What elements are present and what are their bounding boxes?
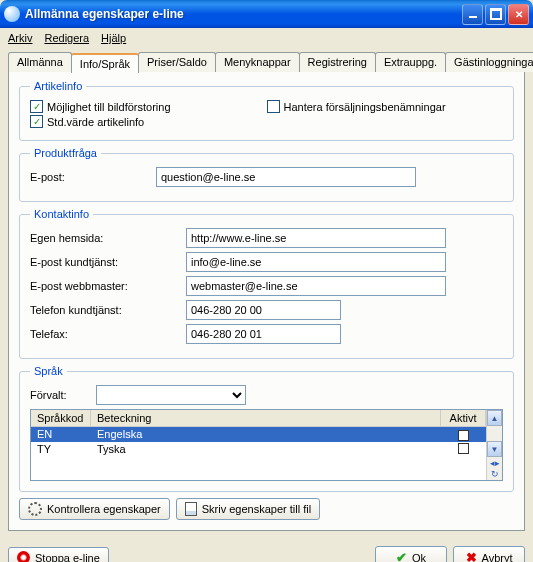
titlebar: Allmänna egenskaper e-line [0,0,533,28]
tab-strip: Allmänna Info/Språk Priser/Saldo Menykna… [8,52,525,72]
stop-icon [17,551,30,562]
refresh-icon[interactable]: ↻ [488,469,501,479]
checkbox-row-active[interactable] [458,443,469,454]
tab-extrauppg[interactable]: Extrauppg. [375,52,446,72]
header-sprakkod[interactable]: Språkkod [31,410,91,426]
tab-priser-saldo[interactable]: Priser/Saldo [138,52,216,72]
menubar: Arkiv Redigera Hjälp [0,28,533,48]
close-button[interactable] [508,4,529,25]
label-hemsida: Egen hemsida: [30,232,180,244]
label-product-email: E-post: [30,171,150,183]
input-product-email[interactable] [156,167,416,187]
label-forvalt: Förvalt: [30,389,90,401]
legend-kontaktinfo: Kontaktinfo [30,208,93,220]
menu-file[interactable]: Arkiv [8,32,32,44]
legend-produktfraga: Produktfråga [30,147,101,159]
scroll-up-icon[interactable]: ▲ [487,410,502,426]
button-label: Avbryt [482,552,513,563]
label-default-artikelinfo: Std.värde artikelinfo [47,116,144,128]
button-label: Stoppa e-line [35,552,100,563]
cell-active [441,442,486,457]
checkbox-sales-names[interactable]: ✓ [267,100,280,113]
cell-code: TY [31,442,91,457]
window-controls [462,4,529,25]
label-sales-names: Hantera försäljningsbenämningar [284,101,446,113]
header-aktivt[interactable]: Aktivt [441,410,486,426]
scroll-down-icon[interactable]: ▼ [487,441,502,457]
language-table: Språkkod Beteckning Aktivt EN Engelska ✓… [30,409,503,481]
cell-name: Tyska [91,442,441,457]
write-properties-button[interactable]: Skriv egenskaper till fil [176,498,320,520]
minimize-button[interactable] [462,4,483,25]
label-epost-kundtjanst: E-post kundtjänst: [30,256,180,268]
group-produktfraga: Produktfråga E-post: [19,147,514,202]
group-artikelinfo: Artikelinfo ✓ Möjlighet till bildförstor… [19,80,514,141]
gear-icon [28,502,42,516]
footer-bar: Stoppa e-line ✔ Ok ✖ Avbryt [0,540,533,562]
tab-gastinloggningar[interactable]: Gästinloggningar [445,52,533,72]
input-epost-kundtjanst[interactable] [186,252,446,272]
ok-button[interactable]: ✔ Ok [375,546,447,562]
group-sprak: Språk Förvalt: Språkkod Beteckning Aktiv… [19,365,514,492]
header-beteckning[interactable]: Beteckning [91,410,441,426]
cell-code: EN [31,427,91,442]
cell-name: Engelska [91,427,441,442]
check-properties-button[interactable]: Kontrollera egenskaper [19,498,170,520]
menu-help[interactable]: Hjälp [101,32,126,44]
maximize-button[interactable] [485,4,506,25]
cell-active: ✓ [441,427,486,442]
tab-menyknappar[interactable]: Menyknappar [215,52,300,72]
window-title: Allmänna egenskaper e-line [25,7,462,21]
table-row[interactable]: TY Tyska [31,442,486,457]
legend-artikelinfo: Artikelinfo [30,80,86,92]
checkbox-row-active[interactable]: ✓ [458,430,469,441]
input-epost-webbmaster[interactable] [186,276,446,296]
input-telefon-kundtjanst[interactable] [186,300,341,320]
stop-eline-button[interactable]: Stoppa e-line [8,547,109,562]
input-hemsida[interactable] [186,228,446,248]
cancel-button[interactable]: ✖ Avbryt [453,546,525,562]
cancel-icon: ✖ [466,550,477,562]
group-kontaktinfo: Kontaktinfo Egen hemsida: E-post kundtjä… [19,208,514,359]
scrollbar[interactable]: ▲ ▼ ◂▸ ↻ [486,410,502,480]
checkbox-image-zoom[interactable]: ✓ [30,100,43,113]
button-label: Ok [412,552,426,563]
button-label: Kontrollera egenskaper [47,503,161,515]
select-forvalt[interactable] [96,385,246,405]
label-telefax: Telefax: [30,328,180,340]
checkbox-default-artikelinfo[interactable]: ✓ [30,115,43,128]
legend-sprak: Språk [30,365,67,377]
table-header: Språkkod Beteckning Aktivt [31,410,486,427]
tab-allmanna[interactable]: Allmänna [8,52,72,72]
panel-buttons: Kontrollera egenskaper Skriv egenskaper … [19,498,514,520]
label-image-zoom: Möjlighet till bildförstoring [47,101,171,113]
label-epost-webbmaster: E-post webbmaster: [30,280,180,292]
button-label: Skriv egenskaper till fil [202,503,311,515]
document-icon [185,502,197,516]
nav-left-right-icon[interactable]: ◂▸ [488,458,501,468]
app-icon [4,6,20,22]
tab-info-sprak[interactable]: Info/Språk [71,53,139,73]
menu-edit[interactable]: Redigera [44,32,89,44]
label-telefon-kundtjanst: Telefon kundtjänst: [30,304,180,316]
tab-panel: Artikelinfo ✓ Möjlighet till bildförstor… [8,71,525,531]
check-icon: ✔ [396,550,407,562]
table-row[interactable]: EN Engelska ✓ [31,427,486,442]
tab-registrering[interactable]: Registrering [299,52,376,72]
input-telefax[interactable] [186,324,341,344]
